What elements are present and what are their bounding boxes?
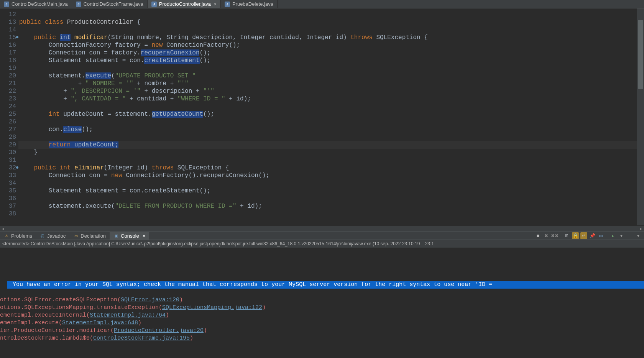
stack-link[interactable]: SQLExceptionsMapping.java:122 — [162, 304, 262, 311]
remove-all-icon[interactable]: ✖✖ — [551, 232, 558, 239]
word-wrap-icon[interactable]: ↵ — [580, 232, 587, 239]
close-icon[interactable]: × — [214, 2, 217, 7]
tab-controldestockframe[interactable]: J ControlDeStockFrame.java — [72, 0, 148, 8]
java-file-icon: J — [4, 2, 9, 7]
btab-label: Javadoc — [47, 233, 66, 239]
declaration-icon: ▭ — [73, 233, 79, 238]
console-stack-line: ementImpl.execute(StatementImpl.java:648… — [0, 319, 644, 327]
tab-declaration[interactable]: ▭ Declaration — [69, 232, 110, 240]
stack-link[interactable]: StatementImpl.java:764 — [90, 312, 166, 319]
stack-link[interactable]: ProductoController.java:20 — [114, 327, 204, 334]
open-console-icon[interactable]: ▸ — [610, 232, 616, 239]
console-empty-line — [0, 266, 644, 273]
tab-problems[interactable]: ⚠ Problems — [0, 232, 36, 240]
scroll-track[interactable] — [6, 227, 638, 231]
line-number-gutter: 1213141516171819202122232425262728293031… — [0, 8, 18, 225]
horizontal-scrollbar[interactable]: ◀ ▶ — [0, 225, 644, 232]
java-file-icon: J — [76, 2, 81, 7]
java-file-icon: J — [225, 2, 230, 7]
new-console-icon[interactable]: ▾ — [618, 232, 625, 239]
java-file-icon: J — [151, 2, 157, 7]
stack-link[interactable]: ControlDeStockFrame.java:195 — [93, 335, 190, 342]
console-icon: ▣ — [113, 233, 119, 238]
tab-pruebadelete[interactable]: J PruebaDelete.java — [221, 0, 278, 8]
scroll-lock-icon[interactable]: 🔒 — [572, 232, 579, 239]
terminate-icon[interactable]: ■ — [534, 232, 541, 239]
tab-label: ControlDeStockMain.java — [12, 1, 68, 7]
tab-label: PruebaDelete.java — [232, 1, 273, 7]
console-error-highlight: You have an error in your SQL syntax; ch… — [7, 281, 644, 289]
btab-label: Problems — [11, 233, 32, 239]
scroll-right-icon[interactable]: ▶ — [638, 227, 644, 231]
display-selected-icon[interactable]: ▭ — [597, 232, 604, 239]
tab-label: ProductoController.java — [159, 1, 211, 7]
problems-icon: ⚠ — [4, 233, 9, 238]
bottom-view-tabs: ⚠ Problems @ Javadoc ▭ Declaration ▣ Con… — [0, 232, 644, 240]
tab-label: ControlDeStockFrame.java — [84, 1, 143, 7]
btab-label: Console — [121, 233, 139, 239]
pin-console-icon[interactable]: 📌 — [589, 232, 596, 239]
close-icon[interactable]: × — [143, 233, 146, 239]
btab-label: Declaration — [80, 233, 106, 239]
console-stack-line: otions.SQLError.createSQLException(SQLEr… — [0, 296, 644, 304]
console-stack-line: ler.ProductoController.modificar(Product… — [0, 327, 644, 335]
console-stack-line: ementImpl.executeInternal(StatementImpl.… — [0, 312, 644, 319]
tab-console[interactable]: ▣ Console × — [110, 232, 149, 240]
tab-javadoc[interactable]: @ Javadoc — [36, 232, 69, 240]
maximize-icon[interactable]: ▾ — [635, 232, 642, 239]
console-toolbar: ■ ✖ ✖✖ 🗎 🔒 ↵ 📌 ▭ ▸ ▾ — ▾ — [534, 232, 644, 239]
stack-link[interactable]: StatementImpl.java:648 — [62, 320, 138, 326]
minimize-icon[interactable]: — — [626, 232, 633, 239]
tab-productocontroller[interactable]: J ProductoController.java × — [148, 0, 221, 8]
scrollbar-thumb[interactable] — [638, 20, 643, 89]
code-content[interactable]: public class ProductoController { public… — [18, 8, 637, 225]
stack-link[interactable]: SQLError.java:120 — [121, 297, 179, 303]
remove-launch-icon[interactable]: ✖ — [543, 232, 550, 239]
tab-controldestockmain[interactable]: J ControlDeStockMain.java — [0, 0, 72, 8]
console-stack-line: otions.SQLExceptionsMapping.translateExc… — [0, 304, 644, 312]
console-process-header: <terminated> ControlDeStockMain [Java Ap… — [0, 240, 644, 248]
editor-tab-bar: J ControlDeStockMain.java J ControlDeSto… — [0, 0, 644, 8]
code-editor[interactable]: 1213141516171819202122232425262728293031… — [0, 8, 644, 225]
javadoc-icon: @ — [40, 233, 45, 238]
console-output[interactable]: You have an error in your SQL syntax; ch… — [0, 248, 644, 350]
vertical-scrollbar[interactable] — [637, 8, 644, 225]
console-stack-line: ntrolDeStockFrame.lambda$0(ControlDeStoc… — [0, 335, 644, 342]
scroll-left-icon[interactable]: ◀ — [0, 227, 6, 231]
clear-console-icon[interactable]: 🗎 — [564, 232, 570, 239]
